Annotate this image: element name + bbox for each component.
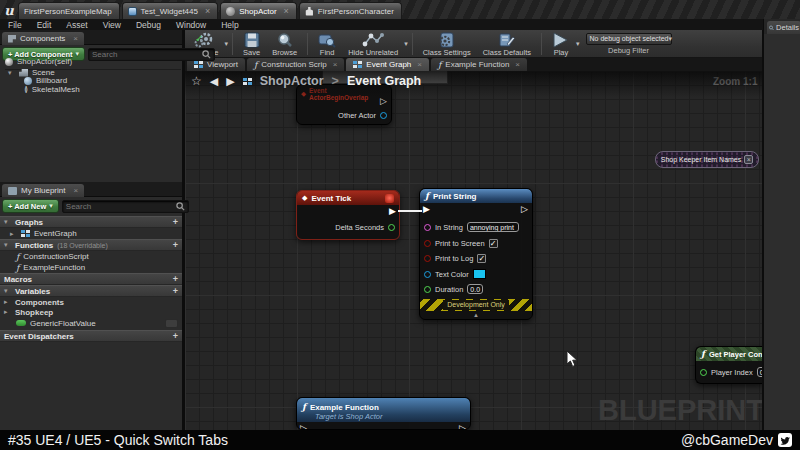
browse-button[interactable]: Browse [266, 31, 303, 57]
close-icon[interactable]: × [73, 186, 78, 195]
node-event-actorbeginoverlap[interactable]: ◆ Event ActorBeginOverlap ▷ Other Actor [296, 84, 392, 125]
hide-unrelated-button[interactable]: Hide Unrelated [342, 31, 404, 57]
node-event-tick[interactable]: ◆ Event Tick ▶ Delta Seconds [296, 190, 400, 240]
unreal-logo-icon[interactable]: u [0, 2, 18, 19]
add-new-button[interactable]: + Add New ▾ [2, 199, 59, 213]
object-pin[interactable] [380, 112, 387, 119]
collapse-arrow-icon[interactable]: ▲ [420, 311, 532, 319]
widget-icon [128, 7, 137, 16]
bool-pin[interactable] [424, 255, 431, 262]
event-dispatchers-section-header[interactable]: Event Dispatchers + [0, 330, 182, 342]
node-example-function[interactable]: ƒ Example Function Target is Shop Actor … [296, 397, 471, 430]
menu-asset[interactable]: Asset [66, 20, 87, 30]
bool-pin[interactable] [424, 240, 431, 247]
menu-edit[interactable]: Edit [37, 20, 52, 30]
find-icon [318, 32, 336, 48]
tree-item-billboard[interactable]: Billboard [24, 76, 67, 85]
expander-icon[interactable]: ▸ [10, 230, 17, 238]
text-color-swatch[interactable] [473, 269, 486, 279]
item-genericfloatvalue[interactable]: GenericFloatValue [0, 317, 182, 329]
item-constructionscript[interactable]: ƒ ConstructionScript [0, 251, 182, 262]
menu-view[interactable]: View [103, 20, 121, 30]
exec-out-pin[interactable]: ▷ [380, 97, 387, 106]
asset-tab-firstpersonexamplemap[interactable]: FirstPersonExampleMap [18, 2, 120, 19]
expander-icon[interactable]: ▸ [4, 308, 11, 316]
float-pin[interactable] [424, 286, 431, 293]
my-blueprint-panel-tab[interactable]: My Blueprint × [2, 184, 84, 197]
add-dispatcher-button[interactable]: + [173, 331, 178, 341]
variables-group-components[interactable]: ▸ Components [0, 297, 182, 307]
search-icon [202, 50, 211, 59]
add-graph-button[interactable]: + [173, 217, 178, 227]
print-to-screen-checkbox[interactable]: ✓ [489, 239, 498, 248]
duration-input[interactable]: 0.0 [467, 284, 483, 294]
class-settings-button[interactable]: Class Settings [417, 31, 477, 57]
browse-magnifier-icon [276, 32, 293, 48]
video-caption-bar: #35 UE4 / UE5 - Quick Switch Tabs @cbGam… [0, 430, 800, 450]
item-examplefunction[interactable]: ƒ ExampleFunction [0, 262, 182, 273]
tab-construction-script[interactable]: ƒ Construction Scrip × [247, 58, 344, 71]
hide-unrelated-caret-icon[interactable]: ▾ [404, 40, 408, 48]
node-get-player-controller[interactable]: ƒ Get Player Contro Player Index 0 [695, 346, 763, 384]
add-variable-button[interactable]: + [173, 286, 178, 296]
close-icon[interactable]: × [417, 60, 422, 69]
asset-tab-test-widget[interactable]: Test_Widget445 × [122, 2, 219, 19]
variables-section-header[interactable]: ▾ Variables + [0, 285, 182, 297]
exec-out-pin[interactable]: ▶ [389, 207, 396, 216]
tab-event-graph[interactable]: Event Graph × [346, 58, 429, 71]
asset-tab-shopactor[interactable]: ShopActor × [220, 2, 297, 19]
compile-options-caret-icon[interactable]: ▾ [225, 40, 229, 48]
expander-icon: ▾ [4, 287, 11, 295]
close-icon[interactable]: × [73, 34, 78, 43]
menu-file[interactable]: File [8, 20, 22, 30]
my-blueprint-search-input[interactable] [66, 202, 176, 211]
find-button[interactable]: Find [312, 31, 342, 57]
color-pin[interactable] [424, 271, 431, 278]
menu-window[interactable]: Window [176, 20, 206, 30]
details-panel-body [764, 34, 800, 430]
play-options-caret-icon[interactable]: ▾ [576, 40, 580, 48]
macros-section-header[interactable]: Macros + [0, 273, 182, 285]
in-string-input[interactable] [467, 222, 519, 232]
class-defaults-button[interactable]: Class Defaults [477, 31, 537, 57]
close-icon[interactable]: × [284, 6, 289, 16]
components-panel-tab[interactable]: Components × [2, 32, 84, 45]
item-eventgraph[interactable]: ▸ EventGraph [0, 228, 182, 239]
add-function-button[interactable]: + [173, 240, 178, 250]
variable-visibility-toggle[interactable] [165, 319, 178, 328]
tab-example-function[interactable]: ƒ Example Function × [431, 58, 527, 71]
exec-out-pin[interactable]: ▷ [521, 205, 528, 214]
exec-wire [398, 210, 422, 212]
node-shop-keeper-item-names[interactable]: Shop Keeper Item Names × [655, 151, 759, 168]
add-macro-button[interactable]: + [173, 274, 178, 284]
print-to-log-checkbox[interactable]: ✓ [477, 254, 486, 263]
zoom-level: Zoom 1:1 [713, 76, 757, 87]
string-pin[interactable] [424, 224, 431, 231]
play-button[interactable]: Play [546, 31, 576, 57]
my-blueprint-search[interactable] [62, 200, 189, 213]
viewport-icon [194, 61, 203, 68]
close-icon[interactable]: × [205, 6, 210, 16]
menu-help[interactable]: Help [221, 20, 238, 30]
dropdown-caret-icon: ▾ [669, 35, 673, 43]
close-icon[interactable]: × [333, 60, 338, 69]
asset-tab-firstpersoncharacter[interactable]: FirstPersonCharacter [299, 2, 402, 19]
menu-debug[interactable]: Debug [136, 20, 161, 30]
expander-icon[interactable]: ▸ [4, 298, 11, 306]
graphs-section-header[interactable]: ▾ Graphs + [0, 216, 182, 228]
episode-title: #35 UE4 / UE5 - Quick Switch Tabs [8, 432, 228, 448]
debug-object-dropdown[interactable]: No debug object selected ▾ [586, 33, 672, 45]
exec-in-pin[interactable]: ▶ [423, 205, 430, 214]
variables-group-shopkeep[interactable]: ▸ Shopkeep [0, 307, 182, 317]
save-button[interactable]: Save [237, 31, 266, 57]
tree-item-skeletalmesh[interactable]: ≬ SkeletalMesh [24, 85, 80, 94]
node-print-string[interactable]: ƒ Print String ▶ ▷ In String Print to Sc… [419, 188, 533, 320]
close-icon[interactable]: × [515, 60, 520, 69]
float-pin[interactable] [388, 224, 395, 231]
blueprint-toolbar: ✓ Compile ▾ Save Browse [185, 30, 762, 58]
functions-section-header[interactable]: ▾ Functions (18 Overridable) + [0, 239, 182, 251]
int-pin[interactable] [700, 369, 707, 376]
details-panel-tab[interactable]: Details [767, 21, 800, 34]
expander-icon[interactable]: ▾ [8, 69, 15, 77]
skeletal-mesh-icon: ≬ [24, 86, 28, 94]
